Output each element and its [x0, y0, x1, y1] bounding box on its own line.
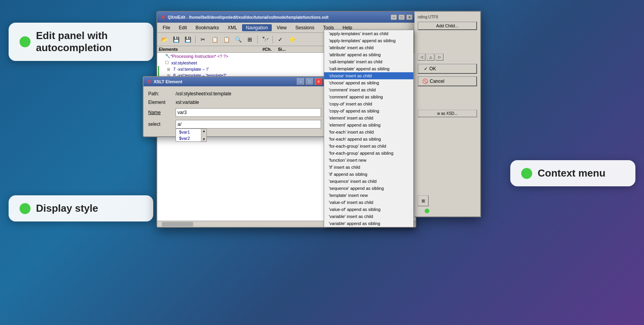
select-input[interactable] [176, 120, 321, 129]
ctx-copy-of-child[interactable]: 'copy-of' insert as child [324, 100, 413, 107]
toolbar-action1[interactable]: 🔍 [233, 34, 244, 45]
path-row: Path: /xsl:stylesheet/xsl:template [148, 91, 321, 96]
toolbar-action2[interactable]: ⊞ [244, 34, 255, 45]
xslt-dialog-body: Path: /xsl:stylesheet/xsl:template Eleme… [144, 86, 326, 136]
col-elements: Elements [159, 47, 178, 52]
title-bar-controls[interactable]: ─ □ ✕ [391, 14, 413, 20]
element-label: Element [148, 100, 176, 105]
menu-bookmarks[interactable]: Bookmarks [192, 24, 223, 31]
ctx-attribute-sibling[interactable]: 'attribute' append as sibling [324, 51, 413, 58]
mini-btn-1[interactable]: ◁ [418, 54, 425, 61]
context-menu-badge: Context menu [510, 160, 635, 186]
ctx-variable-child[interactable]: 'variable' insert as child [324, 213, 413, 220]
xlt-green-dot [425, 209, 429, 213]
toolbar-check[interactable]: ✓ [275, 34, 286, 45]
ctx-function-new[interactable]: 'function' insert new [324, 157, 413, 164]
context-menu: 'apply-templates' insert as child 'apply… [324, 30, 414, 227]
toolbar-cut[interactable]: ✂ [197, 34, 208, 45]
cancel-label: Cancel [430, 79, 444, 84]
maximize-btn[interactable]: □ [398, 14, 405, 20]
ctx-for-each-group-sibling[interactable]: 'for-each-group' append as sibling [324, 150, 413, 157]
autocomplete-list: $var1 $var2 [176, 129, 201, 141]
display-badge-label: Display style [36, 202, 98, 214]
name-input[interactable] [176, 108, 321, 117]
ctx-copy-of-sibling[interactable]: 'copy-of' append as sibling [324, 107, 413, 114]
toolbar-save1[interactable]: 💾 [170, 34, 181, 45]
toolbar-sep1 [195, 36, 196, 43]
name-row: Name [148, 108, 321, 117]
ctx-comment-child[interactable]: 'comment' insert as child [324, 86, 413, 93]
ctx-apply-templates-child[interactable]: 'apply-templates' insert as child [324, 30, 413, 37]
col-ch: #Ch. [262, 47, 272, 52]
ctx-call-template-sibling[interactable]: 'call-template' append as sibling [324, 65, 413, 72]
scroll-up-icon[interactable]: ▲ [203, 129, 206, 133]
xslt-dialog-title: XSLT Element [154, 79, 182, 84]
ctx-choose-sibling[interactable]: 'choose' append as sibling [324, 79, 413, 86]
xslt-maximize-btn[interactable]: □ [306, 78, 314, 85]
toolbar-binoculars[interactable]: 🔭 [260, 34, 271, 45]
ctx-template-new[interactable]: 'template' insert new [324, 192, 413, 199]
mini-controls: ◁ △ ▷ [418, 54, 477, 61]
autocomplete-item-var1[interactable]: $var1 [176, 129, 201, 135]
mini-btn-3[interactable]: ▷ [436, 54, 443, 61]
display-style-badge: Display style [9, 195, 153, 221]
menu-navigation[interactable]: Navigation [242, 24, 272, 31]
ok-checkmark: ✓ [424, 66, 428, 71]
scroll-down-icon[interactable]: ▼ [203, 138, 206, 141]
encoding-label: oding:UTF8 [418, 15, 477, 19]
bottom-icon-btn[interactable]: ⊞ [418, 195, 429, 206]
menu-file[interactable]: File [159, 24, 174, 31]
ctx-element-child[interactable]: 'element' insert as child [324, 114, 413, 121]
menu-view[interactable]: View [273, 24, 291, 31]
toolbar-open[interactable]: 📂 [159, 34, 170, 45]
xslt-dialog-titlebar: ✕ XSLT Element ─ □ ✕ [144, 77, 326, 86]
toolbar-copy[interactable]: 📋 [209, 34, 220, 45]
toolbar-star[interactable]: ⭐ [287, 34, 298, 45]
xlt-label: LT [418, 209, 422, 213]
toolbar-save2[interactable]: 💾 [182, 34, 193, 45]
xslt-dialog-icon: ✕ [147, 79, 151, 85]
mini-btn-2[interactable]: △ [427, 54, 434, 61]
menu-edit[interactable]: Edit [175, 24, 191, 31]
xslt-close-btn[interactable]: ✕ [315, 78, 323, 85]
ctx-if-child[interactable]: 'if' insert as child [324, 164, 413, 171]
autocomplete-scrollbar[interactable]: ▲ ▼ [201, 129, 206, 141]
ctx-if-sibling[interactable]: 'if' append as sibling [324, 171, 413, 178]
ctx-call-template-child[interactable]: 'call-template' insert as child [324, 58, 413, 65]
cancel-button[interactable]: 🚫 Cancel [418, 76, 477, 86]
ctx-value-of-child[interactable]: 'value-of' insert as child [324, 199, 413, 206]
xslt-dialog-controls[interactable]: ─ □ ✕ [297, 78, 323, 85]
show-xsd-button[interactable]: w as XSD... [418, 110, 477, 117]
ctx-comment-sibling[interactable]: 'comment' append as sibling [324, 93, 413, 100]
xslt-minimize-btn[interactable]: ─ [297, 78, 305, 85]
ctx-apply-templates-sibling[interactable]: 'apply-templates' append as sibling [324, 37, 413, 44]
edit-badge-label: Edit panel with autocompletion [36, 30, 112, 54]
add-child-button[interactable]: Add Child... [418, 21, 477, 30]
autocomplete-item-var2[interactable]: $var2 [176, 135, 201, 141]
minimize-btn[interactable]: ─ [391, 14, 397, 20]
ctx-for-each-group-child[interactable]: 'for-each-group' insert as child [324, 143, 413, 150]
ctx-sequence-sibling[interactable]: 'sequence' append as sibling [324, 185, 413, 192]
toolbar-sep2 [257, 36, 258, 43]
title-bar-left: ✕ QXmlEdit - /home/lbell/devel/qxmledit/… [160, 14, 328, 21]
col-si: Si... [278, 47, 286, 52]
element-value: xsl:variable [176, 100, 199, 105]
ctx-variable-sibling[interactable]: 'variable' append as sibling [324, 220, 413, 227]
ctx-choose-child[interactable]: 'choose' insert as child [324, 72, 413, 79]
name-label: Name [148, 110, 176, 115]
edit-panel-badge: Edit panel with autocompletion [9, 23, 153, 61]
h-scroll-thumb[interactable] [162, 222, 193, 227]
ctx-element-sibling[interactable]: 'element' append as sibling [324, 121, 413, 129]
close-btn[interactable]: ✕ [406, 14, 413, 20]
ok-button[interactable]: ✓ OK [418, 64, 477, 74]
ctx-attribute-child[interactable]: 'attribute' insert as child [324, 44, 413, 51]
cancel-icon: 🚫 [422, 79, 428, 84]
ctx-value-of-sibling[interactable]: 'value-of' append as sibling [324, 206, 413, 213]
ctx-for-each-child[interactable]: 'for-each' insert as child [324, 129, 413, 136]
autocomplete-dropdown: $var1 $var2 ▲ ▼ [176, 129, 207, 142]
menu-sessions[interactable]: Sessions [291, 24, 318, 31]
menu-xml[interactable]: XML [224, 24, 241, 31]
ctx-for-each-sibling[interactable]: 'for-each' append as sibling [324, 136, 413, 143]
ctx-sequence-child[interactable]: 'sequence' insert as child [324, 178, 413, 185]
toolbar-paste[interactable]: 📋 [221, 34, 232, 45]
